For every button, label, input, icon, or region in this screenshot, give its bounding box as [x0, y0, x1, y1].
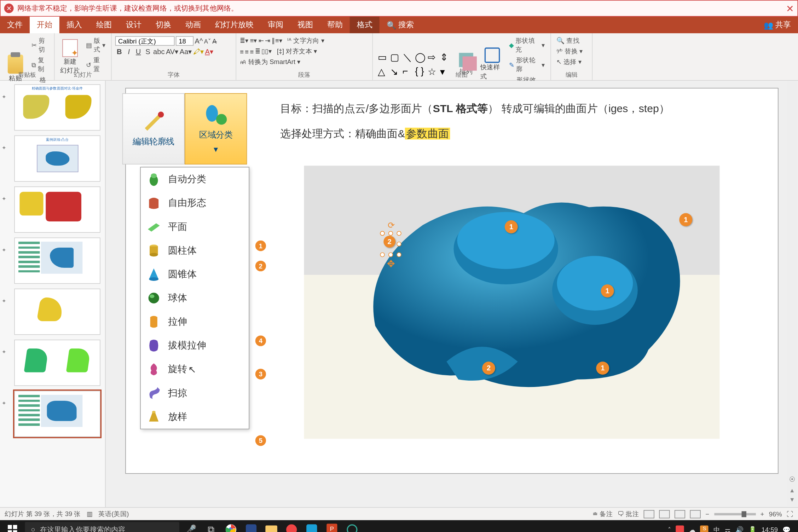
- smartart-button[interactable]: 🗚 转换为 SmartArt ▾: [240, 58, 301, 66]
- dd-loft[interactable]: 放样: [141, 405, 249, 429]
- tab-file[interactable]: 文件: [0, 17, 30, 33]
- wifi-icon[interactable]: ⚎: [725, 526, 731, 532]
- comments-button[interactable]: 🗨 批注: [618, 509, 639, 518]
- slide-thumbnails-panel[interactable]: 33✦ 精确面面与参数面面对比·坯金件 34✦ 案例训练·凸台 35✦ 36✦ …: [0, 81, 106, 507]
- view-normal-button[interactable]: [644, 510, 654, 518]
- tray-cloud-icon[interactable]: ☁: [689, 526, 695, 532]
- dd-auto-classify[interactable]: 自动分类: [141, 167, 249, 191]
- view-sorter-button[interactable]: [659, 510, 670, 518]
- warning-close-button[interactable]: ✕: [786, 3, 794, 14]
- case-button[interactable]: Aa▾: [180, 47, 192, 56]
- font-size-select[interactable]: [176, 36, 193, 46]
- strike-button[interactable]: S: [144, 47, 152, 56]
- layout-button[interactable]: ▤版式 ▾: [84, 36, 107, 55]
- tab-animation[interactable]: 动画: [178, 17, 208, 33]
- taskbar-search[interactable]: ○在这里输入你要搜索的内容: [25, 522, 179, 532]
- bullets-button[interactable]: ≣▾: [240, 37, 249, 45]
- share-button[interactable]: 👥 共享: [757, 17, 798, 33]
- app-icon-2[interactable]: [283, 521, 300, 532]
- spellcheck-icon[interactable]: ▥: [87, 510, 93, 518]
- find-button[interactable]: 🔍查找: [555, 36, 589, 46]
- tab-insert[interactable]: 插入: [59, 17, 89, 33]
- bold-button[interactable]: B: [115, 47, 124, 56]
- region-classify-button[interactable]: 区域分类 ▾: [185, 93, 247, 164]
- view-reading-button[interactable]: [675, 510, 685, 518]
- text-direction-button[interactable]: ᴵᴬ 文字方向 ▾: [287, 36, 325, 45]
- tab-help[interactable]: 帮助: [320, 17, 350, 33]
- shadow-button[interactable]: abc: [153, 47, 164, 56]
- clear-format-button[interactable]: A̶: [212, 37, 217, 45]
- edit-contour-button[interactable]: 編辑轮廓线: [122, 93, 185, 164]
- selected-bubble-2[interactable]: 2: [383, 236, 395, 248]
- cut-button[interactable]: ✂剪切: [30, 36, 51, 55]
- font-color-button[interactable]: A▾: [205, 47, 213, 56]
- align-center-button[interactable]: ≡: [245, 48, 249, 55]
- app-icon-1[interactable]: [242, 521, 260, 532]
- dd-cylinder[interactable]: 圆柱体: [141, 239, 249, 262]
- italic-button[interactable]: I: [125, 47, 133, 56]
- dd-extrude[interactable]: 拉伸: [141, 310, 249, 334]
- taskview-icon[interactable]: ⧉: [202, 521, 220, 532]
- ime-icon[interactable]: 中: [713, 525, 720, 532]
- dd-freeform[interactable]: 自由形态: [141, 191, 249, 215]
- zoom-in-button[interactable]: +: [760, 510, 764, 517]
- thumb-34[interactable]: 案例训练·凸台: [14, 135, 100, 182]
- thumb-39[interactable]: [14, 391, 100, 437]
- zoom-slider[interactable]: [714, 513, 756, 515]
- replace-button[interactable]: ᵃ⁄ᵇ替换 ▾: [555, 46, 589, 57]
- thumb-35[interactable]: [14, 186, 100, 233]
- thumb-33[interactable]: 精确面面与参数面面对比·坯金件: [14, 84, 100, 131]
- numbering-button[interactable]: ≡▾: [250, 37, 258, 45]
- scroll-up-button[interactable]: ▲: [788, 487, 796, 494]
- tab-format[interactable]: 格式: [350, 17, 380, 33]
- thumb-37[interactable]: [14, 289, 100, 335]
- indent-dec-button[interactable]: ⇤: [259, 37, 264, 45]
- thumb-38[interactable]: [14, 340, 100, 386]
- notification-icon[interactable]: 💬: [782, 526, 791, 532]
- slide-canvas[interactable]: 目标：扫描的点云/多边形面片（STL 格式等） 转成可编辑的曲面片（iges，s…: [125, 88, 778, 474]
- dd-sweep[interactable]: 扫掠: [141, 381, 249, 405]
- shape-fill-button[interactable]: ◆形状填充 ▾: [507, 36, 547, 55]
- edge-icon[interactable]: [343, 521, 361, 532]
- move-handle-icon[interactable]: ✥: [387, 258, 395, 270]
- battery-icon[interactable]: 🔋: [748, 526, 757, 532]
- dd-sphere[interactable]: 球体: [141, 286, 249, 310]
- align-text-button[interactable]: [‡] 对齐文本 ▾: [277, 47, 318, 56]
- powerpoint-icon[interactable]: P: [323, 521, 341, 532]
- rotate-handle-icon[interactable]: ⟳: [388, 220, 395, 230]
- columns-button[interactable]: ▯▯▾: [261, 47, 272, 55]
- tab-home[interactable]: 开始: [30, 17, 59, 33]
- notes-button[interactable]: ≐ 备注: [592, 509, 613, 518]
- tray-sogou-icon[interactable]: S: [700, 526, 709, 532]
- start-button[interactable]: [2, 521, 23, 532]
- align-right-button[interactable]: ≡: [250, 48, 254, 55]
- tab-slideshow[interactable]: 幻灯片放映: [208, 17, 261, 33]
- tab-design[interactable]: 设计: [119, 17, 149, 33]
- scroll-down-button[interactable]: ▼: [788, 496, 796, 503]
- decrease-font-button[interactable]: A˅: [204, 38, 211, 44]
- font-name-select[interactable]: [115, 36, 175, 46]
- line-spacing-button[interactable]: ‖≡▾: [272, 37, 283, 45]
- view-slideshow-button[interactable]: [690, 510, 701, 518]
- tell-me-search[interactable]: 🔍 搜索: [380, 17, 421, 33]
- status-language[interactable]: 英语(美国): [98, 509, 129, 518]
- indent-inc-button[interactable]: ⇥: [265, 37, 270, 45]
- folder-icon[interactable]: [262, 521, 280, 532]
- volume-icon[interactable]: 🔊: [735, 526, 744, 532]
- mic-icon[interactable]: 🎤: [182, 521, 200, 532]
- selection-handles[interactable]: ⟳ 2 ✥: [382, 231, 400, 267]
- spacing-button[interactable]: AV▾: [166, 47, 178, 56]
- dd-draft-extrude[interactable]: 拔模拉伸: [141, 334, 249, 357]
- increase-font-button[interactable]: A^: [195, 37, 203, 45]
- prev-slide-button[interactable]: ⦿: [788, 476, 796, 483]
- tab-view[interactable]: 视图: [290, 17, 320, 33]
- app-icon-3[interactable]: [303, 521, 320, 532]
- chrome-icon[interactable]: [222, 521, 240, 532]
- highlight-button[interactable]: 🖍▾: [193, 47, 204, 56]
- tray-app-icon[interactable]: [676, 526, 684, 532]
- tab-transition[interactable]: 切换: [149, 17, 178, 33]
- clock[interactable]: 14:59: [762, 526, 778, 532]
- zoom-out-button[interactable]: −: [705, 510, 709, 517]
- align-left-button[interactable]: ≡: [240, 48, 244, 55]
- vertical-scrollbar[interactable]: ⦿ ▲ ▼: [787, 81, 797, 507]
